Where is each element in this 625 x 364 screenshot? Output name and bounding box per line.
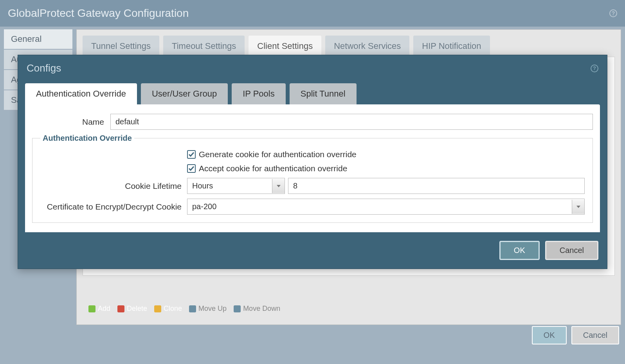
outer-ok-button[interactable]: OK — [532, 326, 567, 344]
cookie-lifetime-row: Cookie Lifetime Hours — [40, 178, 585, 194]
auth-override-legend: Authentication Override — [40, 134, 134, 143]
top-tab-tunnel-settings[interactable]: Tunnel Settings — [83, 36, 159, 57]
accept-cookie-label: Accept cookie for authentication overrid… — [199, 164, 347, 173]
arrow-down-icon — [234, 305, 241, 312]
clone-button[interactable]: Clone — [154, 305, 182, 313]
clone-label: Clone — [164, 305, 182, 313]
action-bar: Add Delete Clone Move Up Move Down — [88, 305, 280, 313]
configs-ok-button[interactable]: OK — [499, 241, 540, 260]
cookie-lifetime-unit-select[interactable]: Hours — [187, 178, 285, 194]
clone-icon — [154, 305, 161, 312]
delete-label: Delete — [127, 305, 147, 313]
tab-authentication-override[interactable]: Authentication Override — [25, 83, 137, 104]
outer-footer: OK Cancel — [532, 326, 619, 344]
generate-cookie-row: Generate cookie for authentication overr… — [40, 150, 585, 159]
configs-footer: OK Cancel — [18, 232, 607, 269]
chevron-down-icon — [572, 200, 584, 214]
configs-cancel-button[interactable]: Cancel — [545, 241, 598, 260]
cert-row: Certificate to Encrypt/Decrypt Cookie pa… — [40, 199, 585, 215]
cookie-lifetime-value-input[interactable] — [288, 178, 585, 194]
outer-dialog-header: GlobalProtect Gateway Configuration ? — [0, 0, 625, 27]
minus-icon — [117, 305, 124, 312]
cert-select[interactable]: pa-200 — [187, 199, 585, 215]
check-icon — [188, 165, 195, 172]
configs-body: Name Authentication Override Generate co… — [25, 104, 600, 232]
help-icon[interactable]: ? — [609, 9, 617, 17]
generate-cookie-checkbox[interactable] — [187, 150, 196, 159]
name-row: Name — [32, 114, 593, 130]
auth-override-fieldset: Authentication Override Generate cookie … — [32, 134, 593, 223]
cert-value: pa-200 — [187, 199, 572, 214]
configs-tabs: Authentication Override User/User Group … — [18, 83, 607, 104]
generate-cookie-label: Generate cookie for authentication overr… — [199, 150, 357, 159]
help-icon[interactable]: ? — [591, 65, 598, 72]
top-tab-network-services[interactable]: Network Services — [325, 36, 409, 57]
configs-modal: Configs ? Authentication Override User/U… — [18, 55, 607, 269]
tab-user-user-group[interactable]: User/User Group — [141, 83, 228, 104]
top-tab-hip-notification[interactable]: HIP Notification — [413, 36, 490, 57]
add-button[interactable]: Add — [88, 305, 110, 313]
tab-split-tunnel[interactable]: Split Tunnel — [290, 83, 357, 104]
chevron-down-icon — [272, 179, 285, 193]
move-down-label: Move Down — [243, 305, 280, 313]
top-tabs: Tunnel Settings Timeout Settings Client … — [83, 36, 615, 57]
accept-cookie-checkbox[interactable] — [187, 164, 196, 173]
move-down-button[interactable]: Move Down — [234, 305, 280, 313]
add-label: Add — [98, 305, 110, 313]
tab-ip-pools[interactable]: IP Pools — [232, 83, 286, 104]
outer-dialog-title: GlobalProtect Gateway Configuration — [8, 7, 189, 20]
configs-title: Configs — [27, 62, 61, 74]
plus-icon — [88, 305, 95, 312]
move-up-button[interactable]: Move Up — [189, 305, 227, 313]
top-tab-client-settings[interactable]: Client Settings — [249, 36, 321, 57]
name-input[interactable] — [110, 114, 593, 130]
accept-cookie-row: Accept cookie for authentication overrid… — [40, 164, 585, 173]
arrow-up-icon — [189, 305, 196, 312]
outer-cancel-button[interactable]: Cancel — [571, 326, 619, 344]
top-tab-timeout-settings[interactable]: Timeout Settings — [163, 36, 245, 57]
cert-label: Certificate to Encrypt/Decrypt Cookie — [40, 202, 187, 212]
delete-button[interactable]: Delete — [117, 305, 147, 313]
sidebar-tab-general[interactable]: General — [4, 29, 72, 50]
cookie-lifetime-label: Cookie Lifetime — [40, 181, 187, 191]
check-icon — [188, 151, 195, 158]
move-up-label: Move Up — [198, 305, 227, 313]
cookie-lifetime-unit-value: Hours — [187, 178, 272, 194]
name-label: Name — [32, 117, 110, 127]
configs-header: Configs ? — [18, 55, 607, 81]
